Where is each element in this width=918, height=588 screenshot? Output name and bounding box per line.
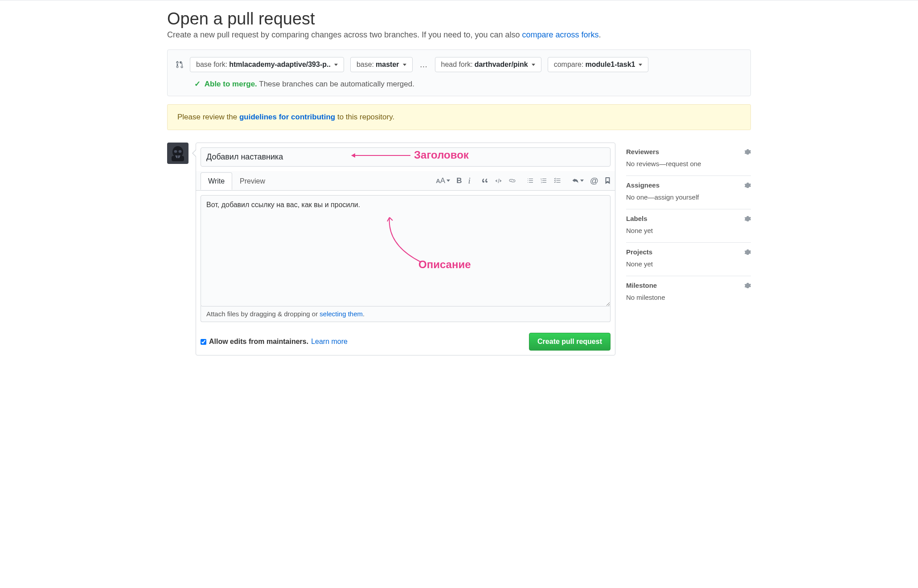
milestone-desc: No milestone [626, 294, 751, 301]
merge-status-text: These branches can be automatically merg… [259, 80, 414, 88]
svg-rect-4 [177, 155, 178, 158]
caret-icon [580, 180, 584, 182]
assignees-label: Assignees [626, 181, 660, 189]
compare-icon [176, 60, 184, 69]
milestone-label: Milestone [626, 282, 657, 289]
sidebar-assignees: Assignees No one—assign yourself [626, 176, 751, 209]
contributing-guidelines-link[interactable]: guidelines for contributing [239, 113, 335, 121]
contributing-banner: Please review the guidelines for contrib… [167, 104, 751, 130]
compare-branch-dropdown[interactable]: compare: module1-task1 [548, 57, 649, 72]
compare-value: module1-task1 [585, 61, 635, 69]
tab-write[interactable]: Write [201, 172, 232, 190]
base-fork-label: base fork: [196, 61, 227, 69]
request-review-link[interactable]: request one [666, 160, 701, 167]
task-list-icon[interactable] [553, 177, 561, 184]
banner-suffix: to this repository. [335, 113, 394, 121]
attach-suffix: . [363, 310, 365, 318]
caret-icon [334, 64, 338, 66]
select-files-link[interactable]: selecting them [320, 310, 363, 318]
gear-icon[interactable] [745, 249, 751, 255]
sidebar-milestone: Milestone No milestone [626, 276, 751, 309]
link-icon[interactable] [508, 177, 516, 184]
base-value: master [376, 61, 399, 69]
compare-forks-link[interactable]: compare across forks [522, 30, 598, 39]
bookmark-icon[interactable] [605, 177, 611, 184]
gear-icon[interactable] [745, 182, 751, 188]
allow-edits-checkbox[interactable] [201, 339, 206, 345]
reviewers-label: Reviewers [626, 148, 659, 155]
sidebar-reviewers: Reviewers No reviews—request one [626, 143, 751, 176]
caret-icon [532, 64, 535, 66]
sidebar-projects: Projects None yet [626, 243, 751, 276]
head-fork-value: darthvader/pink [475, 61, 528, 69]
base-branch-dropdown[interactable]: base: master [350, 57, 413, 72]
sidebar: Reviewers No reviews—request one Assigne… [626, 143, 751, 309]
compare-label: compare: [554, 61, 584, 69]
attach-bar[interactable]: Attach files by dragging & dropping or s… [201, 306, 611, 322]
head-fork-dropdown[interactable]: head fork: darthvader/pink [435, 57, 541, 72]
page-subtitle: Create a new pull request by comparing c… [167, 30, 751, 40]
sidebar-labels: Labels None yet [626, 209, 751, 243]
tabbar: Write Preview ᴀA B i [196, 171, 615, 191]
reply-icon[interactable] [572, 177, 584, 184]
quote-icon[interactable] [481, 177, 488, 184]
gear-icon[interactable] [745, 282, 751, 289]
mention-icon[interactable]: @ [590, 176, 598, 186]
ellipsis-divider: … [419, 60, 429, 69]
reviewers-desc: No reviews—request one [626, 160, 751, 167]
number-list-icon[interactable] [540, 177, 547, 184]
pr-body-textarea[interactable]: Вот, добавил ссылку на вас, как вы и про… [201, 195, 611, 306]
attach-prefix: Attach files by dragging & dropping or [206, 310, 320, 318]
svg-point-2 [174, 150, 177, 153]
gear-icon[interactable] [745, 149, 751, 155]
caret-icon [639, 64, 642, 66]
comment-box: Write Preview ᴀA B i [196, 143, 615, 355]
projects-label: Projects [626, 248, 652, 256]
bold-icon[interactable]: B [456, 176, 462, 185]
banner-prefix: Please review the [177, 113, 239, 121]
branch-compare-box: base fork: htmlacademy-adaptive/393-p.. … [167, 49, 751, 96]
text-size-icon[interactable]: ᴀA [436, 176, 450, 185]
assignees-desc: No one—assign yourself [626, 193, 751, 201]
base-fork-value: htmlacademy-adaptive/393-p.. [229, 61, 331, 69]
annotation-arrow [352, 155, 410, 156]
subtitle-suffix: . [599, 30, 601, 39]
caret-icon [447, 180, 450, 182]
subtitle-text: Create a new pull request by comparing c… [167, 30, 522, 39]
caret-icon [403, 64, 406, 66]
labels-desc: None yet [626, 227, 751, 234]
learn-more-link[interactable]: Learn more [311, 338, 348, 346]
markdown-toolbar: ᴀA B i [436, 176, 611, 186]
assign-yourself-link[interactable]: assign yourself [654, 193, 699, 201]
merge-status: ✓ Able to merge. These branches can be a… [176, 79, 742, 89]
merge-status-bold: Able to merge. [205, 80, 257, 88]
svg-point-3 [179, 150, 182, 153]
italic-icon[interactable]: i [468, 176, 470, 186]
code-icon[interactable] [495, 177, 502, 184]
pr-title-input[interactable] [201, 147, 611, 167]
check-icon: ✓ [194, 80, 201, 88]
tab-preview[interactable]: Preview [232, 172, 273, 190]
allow-edits-label: Allow edits from maintainers. [209, 338, 308, 346]
allow-edits-row: Allow edits from maintainers. Learn more [201, 338, 348, 346]
head-fork-label: head fork: [441, 61, 473, 69]
create-pull-request-button[interactable]: Create pull request [529, 333, 611, 351]
base-label: base: [357, 61, 374, 69]
base-fork-dropdown[interactable]: base fork: htmlacademy-adaptive/393-p.. [190, 57, 344, 72]
labels-label: Labels [626, 215, 648, 222]
gear-icon[interactable] [745, 216, 751, 222]
avatar [167, 143, 189, 164]
bullet-list-icon[interactable] [527, 177, 534, 184]
page-title: Open a pull request [167, 9, 751, 29]
projects-desc: None yet [626, 260, 751, 268]
